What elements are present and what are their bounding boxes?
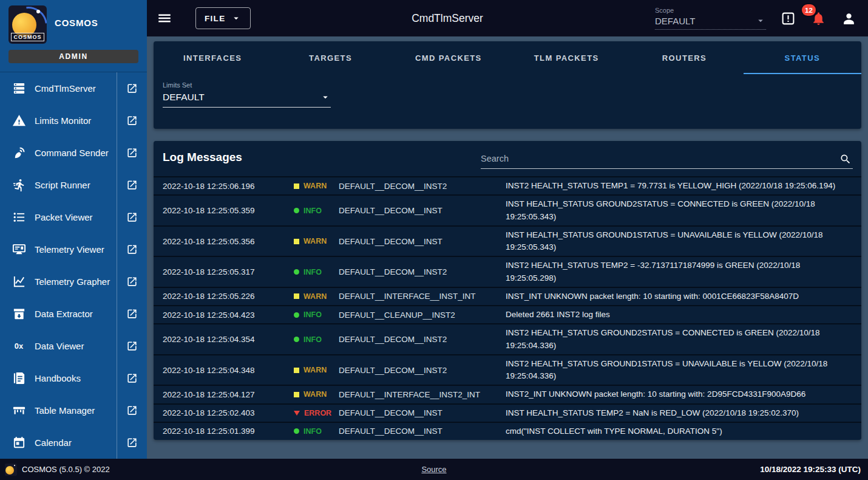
warning-icon xyxy=(11,114,27,128)
sidebar-item-telemetry-viewer[interactable]: Telemetry Viewer xyxy=(0,233,147,266)
sidebar-item-data-extractor[interactable]: Data Extractor xyxy=(0,298,147,330)
sidebar-item-table-manager[interactable]: Table Manager xyxy=(0,394,147,427)
sidebar-item-cmdtlmserver[interactable]: CmdTlmServer xyxy=(0,72,147,105)
sidebar-item-label: Telemetry Viewer xyxy=(35,244,104,255)
sidebar-item-data-viewer[interactable]: 0xData Viewer xyxy=(0,330,147,362)
log-source: DEFAULT__DECOM__INST2 xyxy=(339,267,506,276)
log-source: DEFAULT__DECOM__INST2 xyxy=(339,182,506,191)
sidebar-item-label: Packet Viewer xyxy=(35,212,93,222)
tab-cmd-packets[interactable]: CMD PACKETS xyxy=(390,41,507,74)
log-severity-label: INFO xyxy=(303,310,322,319)
sidebar-item-telemetry-grapher[interactable]: Telemetry Grapher xyxy=(0,266,147,298)
open-in-new-icon[interactable] xyxy=(117,83,147,94)
search-icon[interactable] xyxy=(839,153,852,165)
log-time: 2022-10-18 12:25:04.348 xyxy=(163,366,294,375)
table-row[interactable]: 2022-10-18 12:25:04.423INFODEFAULT__CLEA… xyxy=(154,305,861,323)
log-message: INST HEALTH_STATUS GROUND1STATUS = UNAVA… xyxy=(506,229,853,254)
log-severity: INFO xyxy=(294,310,339,319)
main-content: INTERFACESTARGETSCMD PACKETSTLM PACKETSR… xyxy=(147,36,868,459)
page-title: CmdTlmServer xyxy=(378,0,517,36)
user-account-icon[interactable] xyxy=(840,10,857,27)
log-source: DEFAULT__DECOM__INST xyxy=(339,206,506,215)
tab-bar: INTERFACESTARGETSCMD PACKETSTLM PACKETSR… xyxy=(154,41,861,74)
runner-icon xyxy=(11,178,27,193)
open-in-new-icon[interactable] xyxy=(117,147,147,159)
table-row[interactable]: 2022-10-18 12:25:02.403ERRORDEFAULT__DEC… xyxy=(154,403,861,422)
open-in-new-icon[interactable] xyxy=(117,244,147,255)
sidebar-item-label: Telemetry Grapher xyxy=(35,276,110,287)
topbar-actions: Scope DEFAULT 12 xyxy=(655,7,857,30)
log-severity-label: WARN xyxy=(303,237,327,245)
log-time: 2022-10-18 12:25:01.399 xyxy=(163,427,294,436)
sidebar-item-command-sender[interactable]: Command Sender xyxy=(0,137,147,169)
file-menu-button[interactable]: FILE xyxy=(195,7,251,29)
open-in-new-icon[interactable] xyxy=(117,276,147,287)
error-severity-icon xyxy=(294,411,300,416)
table-row[interactable]: 2022-10-18 12:25:04.354INFODEFAULT__DECO… xyxy=(154,323,861,354)
file-menu-label: FILE xyxy=(205,14,225,23)
cosmos-logo: COSMOS xyxy=(8,5,47,44)
notifications-bell-icon[interactable]: 12 xyxy=(810,10,827,27)
sidebar-item-calendar[interactable]: Calendar xyxy=(0,427,147,459)
table-row[interactable]: 2022-10-18 12:25:06.196WARNDEFAULT__DECO… xyxy=(154,176,861,194)
tab-targets[interactable]: TARGETS xyxy=(271,41,389,74)
open-in-new-icon[interactable] xyxy=(117,115,147,126)
log-source: DEFAULT__DECOM__INST2 xyxy=(339,366,506,375)
warn-severity-icon xyxy=(294,293,299,299)
tabs-card: INTERFACESTARGETSCMD PACKETSTLM PACKETSR… xyxy=(154,41,861,129)
open-in-new-icon[interactable] xyxy=(117,179,147,191)
log-message: INST HEALTH_STATUS TEMP2 = NaN is RED_LO… xyxy=(506,407,853,419)
search-input[interactable] xyxy=(481,153,853,169)
log-severity: WARN xyxy=(294,182,339,190)
hamburger-menu-icon[interactable] xyxy=(155,9,174,27)
log-messages-title: Log Messages xyxy=(163,151,242,169)
log-time: 2022-10-18 12:25:05.317 xyxy=(163,267,294,276)
table-row[interactable]: 2022-10-18 12:25:04.127WARNDEFAULT__INTE… xyxy=(154,385,861,403)
open-in-new-icon[interactable] xyxy=(117,308,147,320)
log-message: INST2 HEALTH_STATUS GROUND2STATUS = CONN… xyxy=(506,327,853,352)
log-severity: WARN xyxy=(294,237,339,245)
limits-set-value: DEFAULT xyxy=(163,92,205,103)
log-severity-label: WARN xyxy=(303,292,327,301)
open-in-new-icon[interactable] xyxy=(117,405,147,416)
table-row[interactable]: 2022-10-18 12:25:05.317INFODEFAULT__DECO… xyxy=(154,256,861,287)
tab-routers[interactable]: ROUTERS xyxy=(625,41,743,74)
log-message: INST HEALTH_STATUS GROUND2STATUS = CONNE… xyxy=(506,198,853,223)
admin-button[interactable]: ADMIN xyxy=(8,50,138,63)
scope-select[interactable]: Scope DEFAULT xyxy=(655,7,766,30)
report-alert-icon[interactable] xyxy=(779,10,796,27)
open-in-new-icon[interactable] xyxy=(117,437,147,448)
table-row[interactable]: 2022-10-18 12:25:05.356WARNDEFAULT__DECO… xyxy=(154,225,861,256)
log-severity: INFO xyxy=(294,207,339,215)
sidebar-item-script-runner[interactable]: Script Runner xyxy=(0,169,147,201)
sidebar-item-handbooks[interactable]: Handbooks xyxy=(0,362,147,394)
open-in-new-icon[interactable] xyxy=(117,211,147,223)
log-source: DEFAULT__DECOM__INST xyxy=(339,408,506,417)
log-severity-label: WARN xyxy=(303,366,327,374)
source-link[interactable]: Source xyxy=(421,465,446,474)
table-row[interactable]: 2022-10-18 12:25:01.399INFODEFAULT__DECO… xyxy=(154,422,861,440)
tab-tlm-packets[interactable]: TLM PACKETS xyxy=(507,41,625,74)
sidebar-item-limits-monitor[interactable]: Limits Monitor xyxy=(0,105,147,137)
book-icon xyxy=(11,371,27,386)
log-time: 2022-10-18 12:25:04.423 xyxy=(163,310,294,320)
table-row[interactable]: 2022-10-18 12:25:05.359INFODEFAULT__DECO… xyxy=(154,194,861,225)
open-in-new-icon[interactable] xyxy=(117,372,147,384)
table-row[interactable]: 2022-10-18 12:25:04.348WARNDEFAULT__DECO… xyxy=(154,354,861,385)
sidebar-divider xyxy=(117,72,117,459)
tab-interfaces[interactable]: INTERFACES xyxy=(154,41,271,74)
monitor-icon xyxy=(11,242,27,257)
sidebar-item-label: Calendar xyxy=(35,437,72,448)
log-severity-label: WARN xyxy=(303,182,327,190)
sidebar-item-packet-viewer[interactable]: Packet Viewer xyxy=(0,201,147,233)
open-in-new-icon[interactable] xyxy=(117,340,147,352)
tab-status[interactable]: STATUS xyxy=(744,41,861,74)
log-severity: WARN xyxy=(294,292,339,301)
caret-down-icon xyxy=(755,15,766,26)
sidebar-nav: CmdTlmServerLimits MonitorCommand Sender… xyxy=(0,72,147,459)
log-search xyxy=(481,153,853,169)
table-row[interactable]: 2022-10-18 12:25:05.226WARNDEFAULT__INTE… xyxy=(154,287,861,305)
log-messages-card: Log Messages 2022-10-18 12:25:06.196WARN… xyxy=(154,141,861,440)
limits-set-select[interactable]: DEFAULT xyxy=(163,92,331,108)
cosmos-logo-text: COSMOS xyxy=(11,33,44,41)
